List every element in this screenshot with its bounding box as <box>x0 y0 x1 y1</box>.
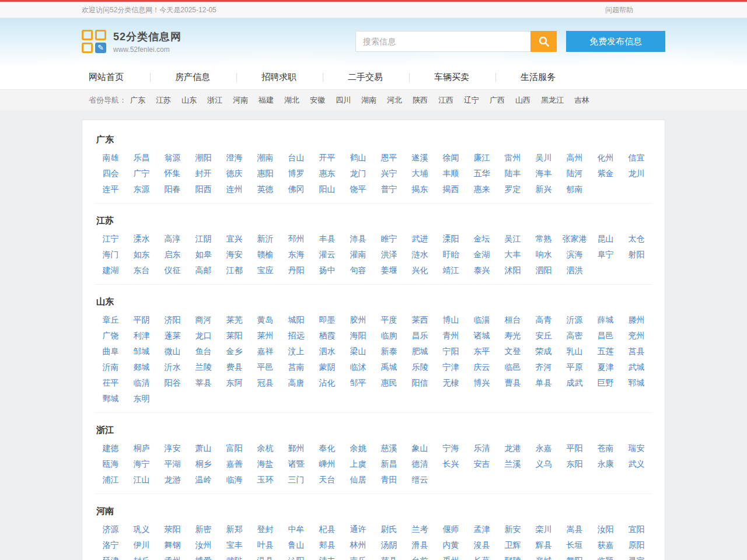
city-link[interactable]: 栾川 <box>528 522 559 537</box>
city-link[interactable]: 滑县 <box>404 537 435 553</box>
city-link[interactable]: 沂南 <box>95 359 126 375</box>
city-link[interactable]: 莒南 <box>281 359 312 375</box>
city-link[interactable]: 阳山 <box>312 181 343 197</box>
city-link[interactable]: 象山 <box>404 440 435 456</box>
city-link[interactable]: 信宜 <box>621 150 652 166</box>
city-link[interactable]: 余杭 <box>250 440 281 456</box>
city-link[interactable]: 邳州 <box>281 231 312 247</box>
post-info-button[interactable]: 免费发布信息 <box>566 31 665 52</box>
city-link[interactable]: 龙港 <box>497 440 528 456</box>
city-link[interactable]: 陆河 <box>559 166 590 181</box>
city-link[interactable]: 莱西 <box>404 312 435 328</box>
city-link[interactable]: 莱阳 <box>219 328 250 344</box>
city-link[interactable]: 海阳 <box>343 328 374 344</box>
city-link[interactable]: 微山 <box>157 344 188 359</box>
province-link[interactable]: 陕西 <box>413 96 428 104</box>
city-link[interactable]: 广饶 <box>95 328 126 344</box>
city-link[interactable]: 博罗 <box>281 166 312 181</box>
city-link[interactable]: 四会 <box>95 166 126 181</box>
city-link[interactable]: 莱州 <box>250 328 281 344</box>
city-link[interactable]: 宁津 <box>435 359 466 375</box>
nav-item-1[interactable]: 房产信息 <box>167 72 218 83</box>
city-link[interactable]: 阳西 <box>188 181 219 197</box>
city-link[interactable]: 薛城 <box>590 312 621 328</box>
city-link[interactable]: 东海 <box>281 247 312 262</box>
city-link[interactable]: 大丰 <box>497 247 528 262</box>
city-link[interactable]: 阳信 <box>404 375 435 391</box>
city-link[interactable]: 临清 <box>126 375 157 391</box>
city-link[interactable]: 海安 <box>219 247 250 262</box>
city-link[interactable]: 新密 <box>188 522 219 537</box>
city-link[interactable]: 邹平 <box>343 375 374 391</box>
city-link[interactable]: 英德 <box>250 181 281 197</box>
city-link[interactable]: 丹阳 <box>281 262 312 278</box>
city-link[interactable]: 武城 <box>621 359 652 375</box>
province-link[interactable]: 湖南 <box>361 96 376 104</box>
city-link[interactable]: 高州 <box>559 150 590 166</box>
city-link[interactable]: 齐河 <box>528 359 559 375</box>
city-link[interactable]: 孟津 <box>466 522 497 537</box>
city-link[interactable]: 义乌 <box>528 456 559 472</box>
city-link[interactable]: 宝应 <box>250 262 281 278</box>
city-link[interactable]: 如皋 <box>188 247 219 262</box>
city-link[interactable]: 澄海 <box>219 150 250 166</box>
city-link[interactable]: 宝丰 <box>219 537 250 553</box>
city-link[interactable]: 滕州 <box>621 312 652 328</box>
city-link[interactable]: 临邑 <box>497 359 528 375</box>
city-link[interactable]: 尉氏 <box>374 522 404 537</box>
city-link[interactable]: 紫金 <box>590 166 621 181</box>
city-link[interactable]: 兰溪 <box>497 456 528 472</box>
city-link[interactable]: 东台 <box>126 262 157 278</box>
city-link[interactable]: 永嘉 <box>528 440 559 456</box>
city-link[interactable]: 扬中 <box>312 262 343 278</box>
city-link[interactable]: 仙居 <box>343 472 374 488</box>
city-link[interactable]: 饶平 <box>343 181 374 197</box>
city-link[interactable]: 洛宁 <box>95 537 126 553</box>
province-link[interactable]: 广东 <box>130 96 145 104</box>
city-link[interactable]: 大埔 <box>404 166 435 181</box>
city-link[interactable]: 新沂 <box>250 231 281 247</box>
nav-item-5[interactable]: 生活服务 <box>512 72 564 83</box>
city-link[interactable]: 句容 <box>343 262 374 278</box>
city-link[interactable]: 建湖 <box>95 262 126 278</box>
city-link[interactable]: 宁海 <box>435 440 466 456</box>
province-link[interactable]: 浙江 <box>207 96 222 104</box>
city-link[interactable]: 翁源 <box>157 150 188 166</box>
city-link[interactable]: 灵宝 <box>621 553 652 560</box>
city-link[interactable]: 临淄 <box>466 312 497 328</box>
city-link[interactable]: 冠县 <box>250 375 281 391</box>
city-link[interactable]: 禹城 <box>374 359 404 375</box>
city-link[interactable]: 伊川 <box>126 537 157 553</box>
province-link[interactable]: 吉林 <box>574 96 589 104</box>
city-link[interactable]: 蓬莱 <box>157 328 188 344</box>
city-link[interactable]: 上虞 <box>343 456 374 472</box>
city-link[interactable]: 常熟 <box>528 231 559 247</box>
city-link[interactable]: 遂溪 <box>404 150 435 166</box>
city-link[interactable]: 惠阳 <box>250 166 281 181</box>
province-link[interactable]: 江苏 <box>156 96 171 104</box>
city-link[interactable]: 建德 <box>95 440 126 456</box>
city-link[interactable]: 昌邑 <box>590 328 621 344</box>
city-link[interactable]: 中牟 <box>281 522 312 537</box>
city-link[interactable]: 获嘉 <box>590 537 621 553</box>
city-link[interactable]: 靖江 <box>435 262 466 278</box>
city-link[interactable]: 揭东 <box>404 181 435 197</box>
city-link[interactable]: 招远 <box>281 328 312 344</box>
city-link[interactable]: 济阳 <box>157 312 188 328</box>
city-link[interactable]: 恩平 <box>374 150 404 166</box>
city-link[interactable]: 徐闻 <box>435 150 466 166</box>
city-link[interactable]: 江山 <box>126 472 157 488</box>
city-link[interactable]: 郏县 <box>312 537 343 553</box>
city-link[interactable]: 仪征 <box>157 262 188 278</box>
city-link[interactable]: 鄞州 <box>281 440 312 456</box>
province-link[interactable]: 江西 <box>438 96 453 104</box>
city-link[interactable]: 嘉善 <box>219 456 250 472</box>
city-link[interactable]: 雷州 <box>497 150 528 166</box>
city-link[interactable]: 海丰 <box>528 166 559 181</box>
city-link[interactable]: 阜宁 <box>590 247 621 262</box>
city-link[interactable]: 博爱 <box>188 553 219 560</box>
city-link[interactable]: 惠民 <box>374 375 404 391</box>
city-link[interactable]: 庆云 <box>466 359 497 375</box>
city-link[interactable]: 宜阳 <box>621 522 652 537</box>
city-link[interactable]: 郁南 <box>559 181 590 197</box>
